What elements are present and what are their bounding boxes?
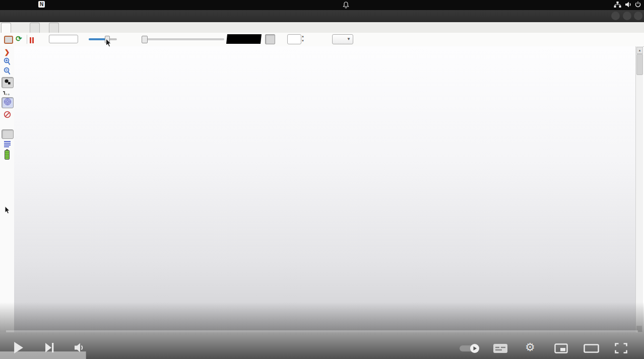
- grid-toggle-button[interactable]: [265, 34, 275, 44]
- pause-at-input[interactable]: [49, 35, 78, 43]
- animation-canvas[interactable]: [14, 46, 635, 332]
- system-top-bar: N: [0, 0, 644, 10]
- svg-text:n o: n o: [6, 93, 10, 96]
- tab-packets[interactable]: [49, 23, 59, 33]
- power-icon[interactable]: [634, 1, 641, 10]
- sim-time-slider[interactable]: [142, 38, 224, 40]
- scroll-up-icon[interactable]: ▲: [636, 47, 643, 54]
- sim-clock-display: [226, 34, 262, 44]
- window-title-bar[interactable]: [0, 10, 644, 23]
- speed-slider-fill: [89, 38, 107, 40]
- tab-stats[interactable]: [30, 23, 40, 33]
- minimize-button[interactable]: [611, 12, 620, 20]
- cursor-arrow-icon: [5, 206, 11, 214]
- screen: N ⟳: [0, 0, 644, 359]
- volume-icon[interactable]: [625, 1, 632, 10]
- wireless-circles-icon[interactable]: [2, 97, 14, 108]
- network-topology: [14, 46, 635, 332]
- chevron-down-icon: ▼: [347, 35, 351, 44]
- mobility-button[interactable]: [2, 129, 14, 139]
- separator: [27, 35, 27, 44]
- bell-icon: [343, 2, 349, 10]
- miniplayer-button[interactable]: [554, 343, 568, 353]
- autoplay-toggle[interactable]: [459, 343, 482, 353]
- gear-icon: ⚙: [525, 341, 535, 353]
- volume-button[interactable]: [75, 343, 86, 352]
- list-lines-icon[interactable]: [2, 140, 13, 150]
- node-trajectory-icon[interactable]: [2, 77, 14, 88]
- lines-spinbox[interactable]: [287, 34, 301, 44]
- ip-button[interactable]: [353, 34, 363, 43]
- play-button[interactable]: [14, 342, 23, 353]
- tab-bar: [0, 22, 644, 33]
- next-button[interactable]: [45, 343, 54, 352]
- scrollbar-thumb[interactable]: [636, 54, 643, 75]
- node-size-dropdown[interactable]: ▼: [332, 34, 353, 44]
- maximize-button[interactable]: [623, 12, 631, 20]
- tab-animator[interactable]: [1, 23, 11, 33]
- zoom-out-icon[interactable]: [2, 67, 13, 78]
- close-button[interactable]: [634, 12, 642, 20]
- netanim-logo-icon: N: [38, 1, 45, 8]
- spinner-arrows-icon[interactable]: ▲▼: [301, 34, 304, 43]
- battery-icon[interactable]: [2, 149, 13, 162]
- speed-slider-handle[interactable]: [105, 36, 110, 43]
- block-icon[interactable]: [2, 111, 13, 120]
- pause-icon[interactable]: [30, 36, 35, 45]
- tool-sidebar: ❯ n o: [0, 46, 15, 332]
- zoom-in-icon[interactable]: [2, 57, 13, 68]
- settings-gear-button[interactable]: ⚙: [525, 342, 535, 353]
- play-step-icon[interactable]: ❯: [2, 48, 13, 56]
- captions-button[interactable]: [493, 343, 508, 353]
- reset-icon[interactable]: ⟳: [16, 34, 22, 43]
- mac-button[interactable]: [365, 34, 381, 43]
- snapshot-icon[interactable]: [4, 36, 13, 44]
- sim-time-slider-handle[interactable]: [142, 36, 148, 43]
- video-progress-bar[interactable]: [6, 330, 638, 332]
- t-button[interactable]: [383, 34, 390, 43]
- netanim-status-bar: [0, 351, 86, 359]
- theater-mode-button[interactable]: [584, 344, 599, 353]
- network-icon[interactable]: [614, 1, 621, 10]
- animator-toolbar: ⟳ ▲▼ ▼: [0, 33, 644, 47]
- fullscreen-button[interactable]: [615, 343, 627, 353]
- vertical-scrollbar[interactable]: ▲: [635, 46, 643, 332]
